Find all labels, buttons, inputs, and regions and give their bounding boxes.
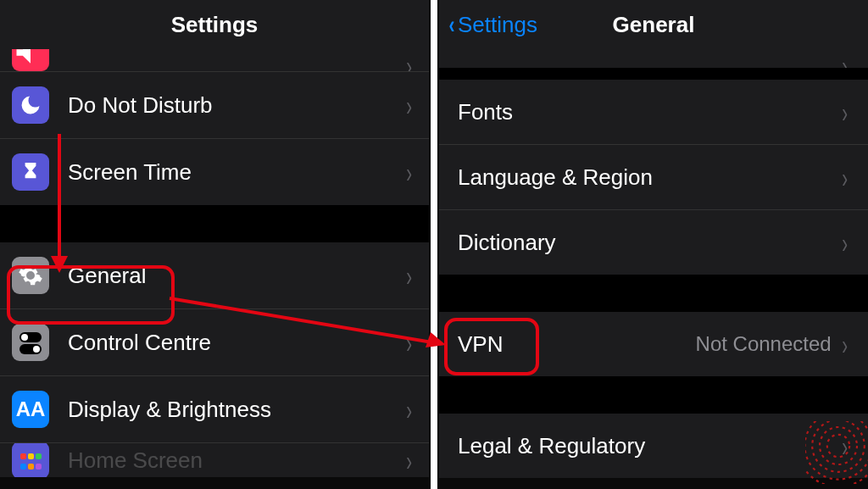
row-screen-time[interactable]: Screen Time › [0,138,429,205]
watermark-icon [805,421,868,484]
row-fonts[interactable]: Fonts › [439,80,868,144]
section-gap [439,68,868,80]
row-sounds[interactable]: Sounds › [0,49,429,71]
grid-icon [12,442,49,477]
control-label: Control Centre [68,330,404,356]
dictionary-label: Dictionary [458,230,840,256]
chevron-right-icon: › [842,96,848,129]
svg-point-7 [820,427,857,464]
row-dictionary[interactable]: Dictionary › [439,209,868,275]
screentime-label: Screen Time [68,159,404,186]
fonts-label: Fonts [458,99,840,125]
chevron-right-icon: › [406,444,412,477]
svg-point-4 [805,421,868,484]
dnd-label: Do Not Disturb [68,92,404,119]
general-title: General [613,12,695,38]
chevron-left-icon: ‹ [449,12,455,37]
general-label: General [68,263,404,289]
moon-icon [12,86,49,124]
home-label: Home Screen [68,447,404,474]
row-legal-regulatory[interactable]: Legal & Regulatory › [439,414,868,478]
settings-header: Settings [0,0,429,49]
chevron-right-icon: › [842,226,848,259]
display-label: Display & Brightness [68,397,404,423]
legal-label: Legal & Regulatory [458,433,840,459]
chevron-right-icon: › [842,161,848,194]
sounds-icon [12,49,49,71]
chevron-right-icon: › [406,49,412,71]
chevron-right-icon: › [406,156,412,189]
section-gap [439,275,868,312]
screen-divider [431,0,437,489]
row-vpn[interactable]: VPN Not Connected › [439,312,868,376]
svg-point-8 [827,435,849,457]
row-do-not-disturb[interactable]: Do Not Disturb › [0,71,429,138]
back-button[interactable]: ‹ Settings [448,0,537,49]
row-control-centre[interactable]: Control Centre › [0,308,429,375]
row-language-region[interactable]: Language & Region › [439,144,868,209]
general-screen: ‹ Settings General › Fonts › Language & … [439,0,868,489]
hourglass-icon [12,153,49,191]
row-home-screen[interactable]: Home Screen › [0,442,429,477]
row-general[interactable]: General › [0,242,429,308]
chevron-right-icon: › [406,89,412,122]
chevron-right-icon: › [406,259,412,292]
chevron-right-icon: › [842,328,848,361]
svg-point-5 [805,421,868,480]
chevron-right-icon: › [842,49,848,68]
chevron-right-icon: › [406,326,412,359]
vpn-status: Not Connected [696,332,832,356]
settings-title: Settings [171,12,259,38]
display-icon: AA [12,391,49,428]
settings-screen: Settings Sounds › Do Not Disturb › Scree… [0,0,429,489]
row-partial-top[interactable]: › [439,49,868,68]
general-list: › Fonts › Language & Region › Dictionary… [439,49,868,478]
back-label: Settings [458,12,537,38]
chevron-right-icon: › [406,393,412,426]
settings-list: Sounds › Do Not Disturb › Screen Time › … [0,49,429,477]
language-label: Language & Region [458,164,840,191]
section-gap [0,205,429,242]
toggles-icon [12,324,49,361]
general-header: ‹ Settings General [439,0,868,49]
section-gap [439,376,868,414]
row-display-brightness[interactable]: AA Display & Brightness › [0,375,429,442]
gear-icon [12,257,49,294]
vpn-label: VPN [458,331,696,358]
